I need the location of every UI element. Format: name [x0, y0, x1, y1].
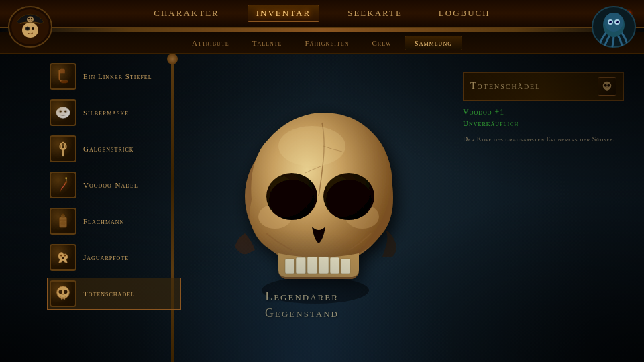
nav-logbuch[interactable]: Logbuch	[431, 5, 498, 21]
item-name-strick: Galgenstrick	[83, 145, 134, 153]
nav-charakter[interactable]: Charakter	[146, 5, 227, 21]
nav-inventar[interactable]: Inventar	[248, 5, 319, 22]
subnav-sammlung[interactable]: Sammlung	[405, 36, 462, 50]
subnav-talente[interactable]: Talente	[242, 36, 292, 50]
info-panel: Totenschädel Voodoo +1 Unverkäuflich Der…	[463, 72, 624, 144]
svg-point-45	[326, 180, 372, 220]
svg-point-21	[64, 110, 68, 113]
inventory-item-strick[interactable]: Galgenstrick	[47, 133, 181, 165]
item-name-totenschadel: Totenschädel	[83, 290, 135, 298]
item-name-nadel: Voodoo-Nadel	[83, 181, 138, 189]
item-icon-jaguar	[50, 244, 76, 271]
svg-point-33	[64, 255, 66, 257]
top-navigation: Charakter Inventar Seekarte Logbuch	[0, 0, 644, 28]
inventory-panel: Ein Linker Stiefel Silbermaske Galgenstr…	[47, 60, 181, 349]
inventory-item-flachmann[interactable]: Flachmann	[47, 205, 181, 237]
svg-point-34	[62, 257, 64, 259]
subnav-crew[interactable]: Crew	[362, 36, 401, 50]
svg-point-19	[56, 107, 70, 119]
svg-point-35	[57, 286, 70, 299]
svg-rect-27	[59, 217, 66, 227]
svg-point-32	[60, 255, 62, 257]
svg-rect-47	[296, 257, 306, 274]
svg-point-20	[58, 110, 62, 113]
item-icon-maske	[50, 99, 76, 126]
stat-unsellable: Unverkäuflich	[463, 119, 624, 127]
inventory-item-nadel[interactable]: Voodoo-Nadel	[47, 169, 181, 201]
item-label: Legendärer Gegenstand	[195, 288, 409, 322]
item-icon-flachmann	[50, 208, 76, 235]
item-name-stiefel: Ein Linker Stiefel	[83, 72, 152, 80]
item-icon-nadel	[50, 172, 76, 198]
sub-navigation: Attribute Talente Fähigkeiten Crew Samml…	[0, 32, 644, 54]
legendary-label-line1: Legendärer	[195, 288, 409, 305]
svg-point-44	[269, 180, 315, 220]
top-nav-items: Charakter Inventar Seekarte Logbuch	[146, 5, 498, 22]
item-icon-totenschadel	[50, 280, 76, 307]
info-title: Totenschädel	[470, 81, 598, 92]
svg-point-58	[603, 82, 612, 90]
nav-seekarte[interactable]: Seekarte	[339, 5, 411, 21]
svg-point-23	[64, 111, 66, 113]
svg-point-36	[58, 290, 62, 294]
item-name-maske: Silbermaske	[83, 109, 129, 117]
svg-point-31	[60, 221, 65, 225]
svg-rect-29	[62, 214, 64, 216]
stat-voodoo: Voodoo +1	[463, 107, 624, 117]
inventory-item-jaguar[interactable]: Jaguarpfote	[47, 241, 181, 274]
subnav-attribute[interactable]: Attribute	[182, 36, 239, 50]
item-icon-strick	[50, 135, 76, 162]
svg-point-26	[65, 177, 67, 179]
inventory-item-maske[interactable]: Silbermaske	[47, 97, 181, 129]
item-name-flachmann: Flachmann	[83, 217, 124, 225]
item-name-jaguar: Jaguarpfote	[83, 253, 129, 261]
svg-point-57	[278, 126, 345, 166]
item-icon-stiefel	[50, 63, 76, 90]
sub-nav-items: Attribute Talente Fähigkeiten Crew Samml…	[182, 36, 462, 50]
svg-point-37	[64, 290, 68, 294]
legendary-label-line2: Gegenstand	[195, 305, 409, 322]
inventory-item-stiefel[interactable]: Ein Linker Stiefel	[47, 60, 181, 93]
svg-point-18	[60, 81, 68, 84]
inventory-item-totenschadel[interactable]: Totenschädel	[47, 278, 181, 310]
svg-rect-28	[61, 215, 65, 218]
svg-rect-50	[330, 257, 339, 274]
main-display: Legendärer Gegenstand Totenschädel Voodo…	[161, 59, 644, 362]
svg-rect-49	[319, 257, 329, 274]
skull-badge-icon	[598, 77, 616, 96]
notification-dot	[625, 11, 631, 17]
svg-point-59	[604, 84, 607, 87]
svg-point-24	[61, 145, 65, 149]
svg-point-60	[607, 84, 610, 87]
svg-point-22	[60, 111, 62, 113]
item-description: Der Kopf des grausamsten Eroberers der S…	[463, 134, 624, 144]
svg-rect-48	[307, 257, 317, 274]
subnav-fahigkeiten[interactable]: Fähigkeiten	[294, 36, 359, 50]
svg-rect-46	[285, 259, 294, 274]
svg-rect-51	[341, 259, 350, 274]
info-title-bar: Totenschädel	[463, 72, 624, 101]
